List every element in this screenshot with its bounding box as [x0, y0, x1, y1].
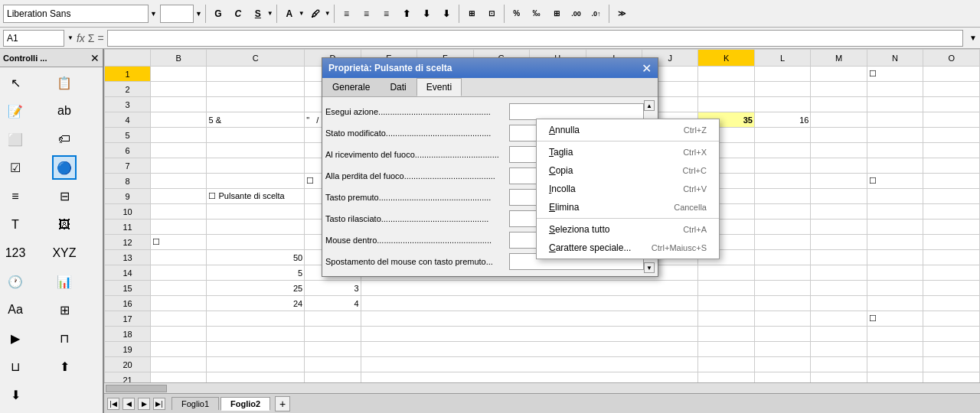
dialog-tab-generale[interactable]: Generale — [322, 78, 380, 96]
ctx-elimina[interactable]: Elimina Cancella — [537, 198, 719, 216]
dialog-title-bar: Proprietà: Pulsante di scelta ✕ — [322, 58, 658, 78]
prop-label-mouse-dentro: Mouse dentro............................… — [325, 236, 509, 245]
context-menu: Annulla Ctrl+Z Taglia Ctrl+X Copia Ctrl+… — [536, 119, 720, 259]
dialog-tab-eventi[interactable]: Eventi — [416, 78, 462, 96]
ctx-incolla-shortcut: Ctrl+V — [683, 184, 707, 193]
ctx-annulla[interactable]: Annulla Ctrl+Z — [537, 121, 719, 139]
ctx-annulla-label: Annulla — [549, 125, 580, 135]
ctx-carattere-label: Carattere speciale... — [549, 242, 631, 253]
ctx-taglia-shortcut: Ctrl+X — [683, 148, 707, 157]
ctx-seleziona-label: Seleziona tutto — [549, 224, 609, 235]
ctx-incolla[interactable]: Incolla Ctrl+V — [537, 180, 719, 198]
scroll-up-btn[interactable]: ▲ — [644, 100, 655, 111]
ctx-carattere-shortcut: Ctrl+Maiusc+S — [652, 243, 707, 252]
ctx-taglia-label: Taglia — [549, 147, 573, 158]
dialog-title-text: Proprietà: Pulsante di scelta — [328, 63, 452, 73]
dialog-close-button[interactable]: ✕ — [642, 61, 652, 76]
prop-label-stato: Stato modificato........................… — [325, 128, 509, 138]
prop-label-tasto-rilasciato: Tasto rilasciato........................… — [325, 214, 509, 223]
ctx-seleziona[interactable]: Seleziona tutto Ctrl+A — [537, 220, 719, 239]
ctx-copia-shortcut: Ctrl+C — [683, 166, 707, 175]
ctx-annulla-shortcut: Ctrl+Z — [684, 125, 707, 135]
ctx-copia-label: Copia — [549, 165, 573, 176]
prop-label-fuoco-al: Al ricevimento del fuoco................… — [325, 150, 509, 159]
prop-label-spostamento: Spostamento del mouse con tasto premuto.… — [325, 257, 509, 266]
dialog-overlay: Proprietà: Pulsante di scelta ✕ Generale… — [0, 0, 980, 413]
ctx-carattere[interactable]: Carattere speciale... Ctrl+Maiusc+S — [537, 239, 719, 257]
ctx-copia[interactable]: Copia Ctrl+C — [537, 161, 719, 180]
prop-input-esegui[interactable] — [509, 103, 644, 120]
prop-label-tasto-premuto: Tasto premuto...........................… — [325, 193, 509, 202]
ctx-elimina-label: Elimina — [549, 202, 579, 213]
dialog-tab-dati[interactable]: Dati — [380, 78, 416, 96]
ctx-sep-1 — [537, 141, 719, 141]
prop-label-esegui: Esegui azione...........................… — [325, 107, 509, 116]
scroll-down-btn[interactable]: ▼ — [644, 262, 655, 273]
ctx-incolla-label: Incolla — [549, 184, 576, 194]
dialog-tabs: Generale Dati Eventi — [322, 78, 658, 97]
ctx-taglia[interactable]: Taglia Ctrl+X — [537, 143, 719, 161]
prop-label-fuoco-alla: Alla perdita del fuoco..................… — [325, 171, 509, 180]
ctx-seleziona-shortcut: Ctrl+A — [683, 225, 707, 234]
ctx-elimina-shortcut: Cancella — [674, 203, 707, 212]
ctx-sep-2 — [537, 218, 719, 219]
